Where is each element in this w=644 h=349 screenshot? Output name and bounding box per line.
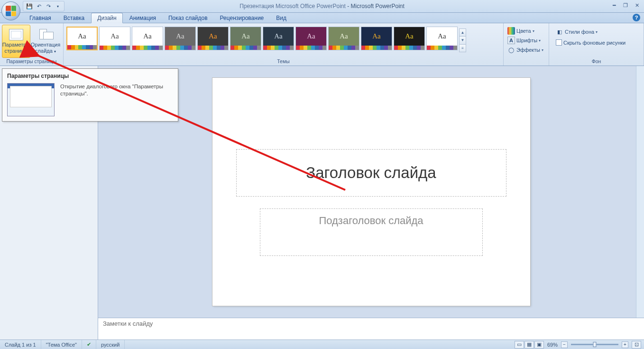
save-icon[interactable]: 💾 bbox=[25, 2, 34, 10]
tooltip-title: Параметры страницы bbox=[7, 73, 173, 79]
tab-insert[interactable]: Вставка bbox=[58, 13, 91, 23]
view-slideshow-button[interactable]: ▣ bbox=[534, 341, 544, 349]
view-normal-button[interactable]: ▭ bbox=[515, 341, 524, 349]
redo-icon[interactable]: ↷ bbox=[44, 2, 53, 10]
fit-to-window-button[interactable]: ⊡ bbox=[632, 341, 641, 349]
theme-gallery-more[interactable]: ▲▼≡ bbox=[459, 28, 466, 52]
close-button[interactable]: ✕ bbox=[633, 2, 641, 9]
theme-variant[interactable]: Aa bbox=[263, 27, 294, 50]
theme-variant[interactable]: Aa bbox=[426, 27, 458, 50]
theme-gallery: AaAaAaAaAaAaAaAaAaAaAaAa▲▼≡ bbox=[65, 25, 501, 57]
slide-edit-area: Заголовок слайда Подзаголовок слайда Зам… bbox=[98, 66, 644, 340]
zoom-slider[interactable] bbox=[571, 344, 618, 345]
view-sorter-button[interactable]: ▦ bbox=[524, 341, 534, 349]
status-language[interactable]: русский bbox=[96, 340, 125, 349]
theme-effects-button[interactable]: ◯Эффекты bbox=[506, 46, 545, 54]
tooltip-text: Открытие диалогового окна "Параметры стр… bbox=[60, 83, 173, 116]
minimize-button[interactable]: ━ bbox=[610, 2, 618, 9]
window-title: Презентация Microsoft Office PowerPoint … bbox=[239, 3, 405, 9]
tab-review[interactable]: Рецензирование bbox=[214, 13, 270, 23]
group-theme-options: Цвета AШрифты ◯Эффекты bbox=[504, 23, 549, 66]
zoom-value: 69% bbox=[544, 342, 561, 348]
notes-pane[interactable]: Заметки к слайду bbox=[98, 318, 644, 340]
theme-variant[interactable]: Aa bbox=[165, 27, 196, 50]
fonts-icon: A bbox=[507, 37, 515, 44]
theme-variant[interactable]: Aa bbox=[66, 27, 98, 50]
status-theme: "Тема Office" bbox=[41, 340, 82, 349]
orientation-button[interactable]: Ориентацияслайда ▾ bbox=[31, 25, 60, 58]
theme-variant[interactable]: Aa bbox=[394, 27, 425, 50]
tooltip-preview-icon bbox=[7, 83, 55, 116]
theme-variant[interactable]: Aa bbox=[99, 27, 130, 50]
theme-colors-button[interactable]: Цвета bbox=[506, 27, 536, 35]
orientation-icon bbox=[38, 29, 53, 40]
ribbon-tabs: Главная Вставка Дизайн Анимация Показ сл… bbox=[0, 13, 644, 23]
background-styles-button[interactable]: ◧Стили фона bbox=[554, 28, 599, 36]
theme-variant[interactable]: Aa bbox=[230, 27, 261, 50]
spellcheck-icon: ✔ bbox=[87, 341, 91, 348]
colors-icon bbox=[507, 27, 515, 35]
group-label: Темы bbox=[65, 58, 501, 65]
tab-design[interactable]: Дизайн bbox=[91, 13, 122, 23]
zoom-out-button[interactable]: − bbox=[561, 341, 568, 348]
subtitle-placeholder[interactable]: Подзаголовок слайда bbox=[260, 208, 483, 256]
theme-variant[interactable]: Aa bbox=[197, 27, 229, 50]
group-background: ◧Стили фона Скрыть фоновые рисунки Фон bbox=[549, 23, 644, 66]
quick-access-toolbar: 💾 ↶ ↷ ▾ bbox=[23, 1, 64, 11]
checkbox-icon bbox=[556, 39, 562, 46]
vertical-scrollbar[interactable] bbox=[636, 66, 644, 318]
help-button[interactable]: ? bbox=[633, 14, 640, 21]
title-bar: 💾 ↶ ↷ ▾ Презентация Microsoft Office Pow… bbox=[0, 0, 644, 13]
theme-variant[interactable]: Aa bbox=[328, 27, 359, 50]
qat-more-icon[interactable]: ▾ bbox=[54, 2, 62, 10]
tab-slideshow[interactable]: Показ слайдов bbox=[163, 13, 213, 23]
status-spellcheck[interactable]: ✔ bbox=[82, 340, 96, 349]
theme-variant[interactable]: Aa bbox=[132, 27, 163, 50]
hide-bg-checkbox[interactable]: Скрыть фоновые рисунки bbox=[554, 39, 627, 46]
theme-fonts-button[interactable]: AШрифты bbox=[506, 36, 543, 45]
tooltip-page-setup: Параметры страницы Открытие диалогового … bbox=[2, 68, 178, 122]
status-bar: Слайд 1 из 1 "Тема Office" ✔ русский ▭ ▦… bbox=[0, 340, 644, 349]
group-themes: AaAaAaAaAaAaAaAaAaAaAaAa▲▼≡ Темы bbox=[64, 23, 504, 66]
theme-variant[interactable]: Aa bbox=[295, 27, 327, 50]
theme-variant[interactable]: Aa bbox=[361, 27, 392, 50]
slide-canvas[interactable]: Заголовок слайда Подзаголовок слайда bbox=[212, 78, 530, 306]
title-placeholder[interactable]: Заголовок слайда bbox=[236, 149, 506, 197]
group-label: Параметры страницы bbox=[2, 58, 61, 65]
group-page-setup: Параметрыстраницы Ориентацияслайда ▾ Пар… bbox=[0, 23, 64, 66]
group-label: Фон bbox=[551, 58, 642, 65]
tab-animation[interactable]: Анимация bbox=[124, 13, 162, 23]
office-logo-icon bbox=[6, 6, 16, 16]
bg-styles-icon: ◧ bbox=[556, 28, 563, 36]
ribbon: Параметрыстраницы Ориентацияслайда ▾ Пар… bbox=[0, 23, 644, 66]
zoom-in-button[interactable]: + bbox=[622, 341, 628, 348]
restore-button[interactable]: ❐ bbox=[621, 2, 630, 9]
effects-icon: ◯ bbox=[507, 46, 515, 54]
tab-home[interactable]: Главная bbox=[24, 13, 57, 23]
page-setup-button[interactable]: Параметрыстраницы bbox=[2, 25, 30, 58]
undo-icon[interactable]: ↶ bbox=[35, 2, 43, 10]
office-button[interactable] bbox=[1, 1, 20, 20]
page-setup-icon bbox=[9, 29, 23, 40]
tab-view[interactable]: Вид bbox=[270, 13, 292, 23]
status-slide-number: Слайд 1 из 1 bbox=[0, 340, 41, 349]
